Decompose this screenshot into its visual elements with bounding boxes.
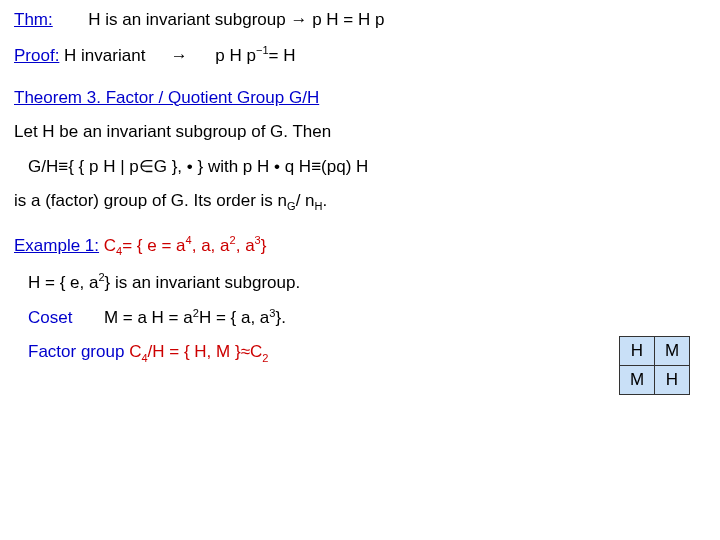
- proof-label: Proof:: [14, 46, 59, 66]
- equiv-icon: ≡: [58, 157, 68, 177]
- thm-text-b: p H = H p: [312, 10, 384, 30]
- table-row: M H: [620, 366, 690, 395]
- thm-text-a: H is an invariant subgroup: [88, 10, 286, 30]
- arrow-icon: →: [290, 10, 307, 30]
- example1-heading: Example 1: C4 = { e = a4, a, a2, a3 }: [14, 234, 706, 257]
- table-cell: M: [655, 337, 690, 366]
- theorem-line: Thm: H is an invariant subgroup → p H = …: [14, 10, 706, 30]
- exp-minus-one: −1: [256, 44, 269, 56]
- equiv-icon: ≡: [311, 157, 321, 177]
- example1-coset: Coset M = a H = a2 H = { a, a3 }.: [14, 307, 706, 329]
- slide: Thm: H is an invariant subgroup → p H = …: [0, 0, 720, 540]
- sub-g: G: [287, 200, 296, 212]
- approx-icon: ≈: [241, 342, 250, 362]
- c4-name: C: [104, 236, 116, 256]
- table-cell: H: [655, 366, 690, 395]
- proof-lhs: H invariant: [64, 46, 145, 66]
- theorem3-heading: Theorem 3. Factor / Quotient Group G/H: [14, 88, 706, 108]
- cayley-table: H M M H: [619, 336, 690, 395]
- thm-label: Thm:: [14, 10, 53, 30]
- theorem3-let: Let H be an invariant subgroup of G. The…: [14, 122, 706, 142]
- example1-label: Example 1:: [14, 236, 99, 256]
- coset-label: Coset: [28, 308, 72, 328]
- table-row: H M: [620, 337, 690, 366]
- proof-rhs-a: p H p: [215, 46, 256, 66]
- table-cell: H: [620, 337, 655, 366]
- sub-h: H: [315, 200, 323, 212]
- arrow-icon: →: [171, 46, 188, 66]
- example1-factor-group: Factor group C4/H = { H, M } ≈ C2: [14, 342, 706, 363]
- theorem3-heading-text: Theorem 3. Factor / Quotient Group G/H: [14, 88, 319, 108]
- theorem3-order: is a (factor) group of G. Its order is n…: [14, 191, 706, 212]
- example1-H: H = { e, a2 } is an invariant subgroup.: [14, 271, 706, 293]
- element-of-icon: ∈: [139, 156, 154, 177]
- table-cell: M: [620, 366, 655, 395]
- factor-group-label: Factor group: [28, 342, 124, 362]
- proof-line: Proof: H invariant → p H p−1 = H: [14, 44, 706, 66]
- proof-rhs-b: = H: [269, 46, 296, 66]
- theorem3-def: G/H ≡ { { p H | p ∈ G }, • } with p H • …: [14, 156, 706, 177]
